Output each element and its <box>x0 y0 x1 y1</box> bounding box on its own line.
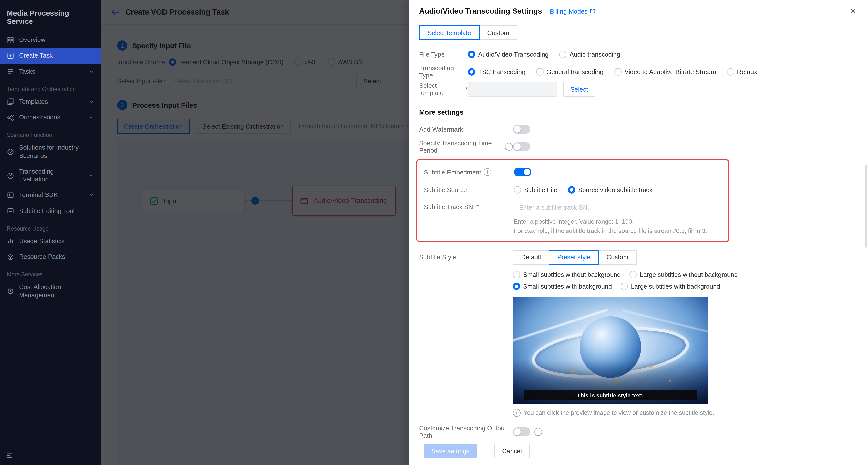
billing-modes-link[interactable]: Billing Modes <box>550 7 595 15</box>
sidebar-collapse-icon[interactable] <box>6 453 13 460</box>
sidebar-item-resource-packs[interactable]: Resource Packs <box>0 249 100 265</box>
subtitle-track-sn-field[interactable] <box>514 200 701 214</box>
radio-source-video-track[interactable]: Source video subtitle track <box>568 186 653 193</box>
more-settings-title: More settings <box>419 108 856 116</box>
settings-drawer: Audio/Video Transcoding Settings Billing… <box>409 0 868 465</box>
sidebar-item-overview[interactable]: Overview <box>0 32 100 48</box>
add-watermark-row: Add Watermark <box>419 122 856 136</box>
subtitle-preview-image[interactable]: This is subtitle style text. <box>513 297 708 404</box>
sidebar-item-label: Subtitle Editing Tool <box>19 207 94 215</box>
output-path-toggle[interactable] <box>513 428 530 436</box>
preset-style-options: Small subtitles without background Large… <box>513 271 849 290</box>
subtitle-style-tabs: Default Preset style Custom <box>513 250 849 265</box>
radio-dot <box>513 271 520 278</box>
time-period-row: Specify Transcoding Time Period <box>419 139 856 154</box>
radio-label: Large subtitles without background <box>640 271 738 278</box>
radio-dot <box>614 68 622 75</box>
file-type-row: File Type Audio/Video Transcoding Audio … <box>419 47 856 61</box>
output-path-label: Customize Transcoding Output Path <box>419 425 513 439</box>
radio-dot <box>514 186 521 193</box>
sidebar-item-label: Terminal SDK <box>19 191 84 199</box>
select-template-button[interactable]: Select <box>563 82 595 97</box>
tab-select-template[interactable]: Select template <box>419 25 479 40</box>
time-period-toggle[interactable] <box>513 142 530 151</box>
tasks-icon <box>7 68 14 75</box>
cancel-button[interactable]: Cancel <box>494 443 530 458</box>
sidebar-item-cost-allocation[interactable]: Cost Allocation Management <box>0 279 100 303</box>
drawer-title: Audio/Video Transcoding Settings <box>419 7 542 15</box>
sidebar-item-label: Create Task <box>19 52 94 60</box>
radio-label: Video to Adaptive Bitrate Stream <box>624 68 716 75</box>
radio-adaptive-bitrate[interactable]: Video to Adaptive Bitrate Stream <box>614 68 716 75</box>
sidebar-item-label: Orchestrations <box>19 113 84 122</box>
sidebar-item-terminal-sdk[interactable]: Terminal SDK <box>0 188 100 203</box>
radio-audio-transcoding[interactable]: Audio transcoding <box>559 51 620 58</box>
style-tab-custom[interactable]: Custom <box>598 250 637 265</box>
sidebar-section-more: More Services <box>0 265 100 279</box>
subtitle-style-label: Subtitle Style <box>419 250 513 261</box>
tab-custom[interactable]: Custom <box>479 25 518 40</box>
subtitle-embedment-label: Subtitle Embedment <box>424 168 514 176</box>
transcoding-evaluation-icon <box>7 172 14 179</box>
resource-packs-icon <box>7 253 14 261</box>
radio-small-no-bg[interactable]: Small subtitles without background <box>513 271 621 278</box>
radio-remux[interactable]: Remux <box>727 68 757 75</box>
orchestrations-icon <box>7 114 14 121</box>
style-tab-default[interactable]: Default <box>513 250 549 265</box>
app-window: Media Processing Service Overview Create… <box>0 0 868 465</box>
transcoding-type-label: Transcoding Type <box>419 64 468 79</box>
template-mode-tabs: Select template Custom <box>419 25 518 40</box>
radio-subtitle-file[interactable]: Subtitle File <box>514 186 557 193</box>
radio-av-transcoding[interactable]: Audio/Video Transcoding <box>468 51 549 58</box>
save-settings-button[interactable]: Save settings <box>424 443 477 458</box>
sidebar-item-transcoding-evaluation[interactable]: Transcoding Evaluation <box>0 164 100 188</box>
cost-allocation-icon <box>7 288 14 295</box>
sidebar-item-solutions[interactable]: Solutions for Industry Scenarios <box>0 140 100 164</box>
radio-tsc-transcoding[interactable]: TSC transcoding <box>468 68 526 75</box>
sidebar-section-scenario: Scenario Function <box>0 126 100 140</box>
sidebar-item-usage-statistics[interactable]: Usage Statistics <box>0 233 100 249</box>
sidebar-section-template: Template and Orchestration <box>0 79 100 94</box>
external-link-icon <box>590 8 595 14</box>
create-task-icon <box>7 52 14 60</box>
radio-label: TSC transcoding <box>478 68 526 75</box>
radio-dot <box>568 186 575 193</box>
sidebar-item-label: Transcoding Evaluation <box>19 168 84 184</box>
drawer-scrollbar[interactable] <box>865 165 867 247</box>
radio-dot <box>629 271 637 278</box>
info-icon <box>484 168 491 176</box>
chevron-down-icon <box>89 115 94 120</box>
radio-label: Large subtitles with background <box>631 283 720 290</box>
sidebar-item-tasks[interactable]: Tasks <box>0 64 100 79</box>
required-mark: * <box>465 86 468 93</box>
sidebar-item-subtitle-editing-tool[interactable]: Subtitle Editing Tool <box>0 203 100 219</box>
radio-small-with-bg[interactable]: Small subtitles with background <box>513 283 612 290</box>
radio-label: Small subtitles without background <box>523 271 621 278</box>
radio-label: Small subtitles with background <box>523 283 612 290</box>
close-icon[interactable]: ✕ <box>850 7 856 15</box>
select-template-label: Select template* <box>419 82 468 97</box>
sidebar-item-label: Solutions for Industry Scenarios <box>19 144 94 160</box>
transcoding-type-row: Transcoding Type TSC transcoding General… <box>419 64 856 79</box>
radio-general-transcoding[interactable]: General transcoding <box>536 68 603 75</box>
usage-statistics-icon <box>7 238 14 245</box>
terminal-sdk-icon <box>7 192 14 199</box>
radio-dot <box>468 68 475 75</box>
add-watermark-toggle[interactable] <box>513 125 530 134</box>
radio-label: General transcoding <box>547 68 603 75</box>
sidebar-item-orchestrations[interactable]: Orchestrations <box>0 110 100 126</box>
sidebar-item-label: Tasks <box>19 67 84 75</box>
preview-hint-row: You can click the preview image to view … <box>513 409 849 417</box>
sidebar-item-label: Cost Allocation Management <box>19 284 94 299</box>
sidebar-item-label: Usage Statistics <box>19 237 94 245</box>
info-icon <box>505 143 513 151</box>
radio-large-no-bg[interactable]: Large subtitles without background <box>629 271 738 278</box>
subtitle-embedment-toggle[interactable] <box>514 168 531 176</box>
sidebar-item-templates[interactable]: Templates <box>0 94 100 110</box>
sidebar-item-create-task[interactable]: Create Task <box>0 48 100 64</box>
sidebar-item-label: Resource Packs <box>19 253 94 261</box>
time-period-label: Specify Transcoding Time Period <box>419 139 513 154</box>
radio-large-with-bg[interactable]: Large subtitles with background <box>621 283 720 290</box>
style-tab-preset[interactable]: Preset style <box>549 250 599 265</box>
add-watermark-label: Add Watermark <box>419 126 513 133</box>
